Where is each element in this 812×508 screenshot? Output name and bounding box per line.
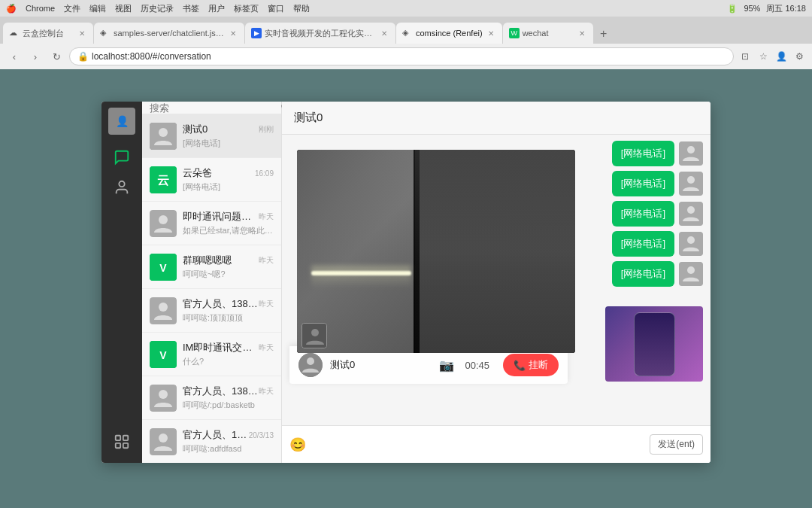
icon-bar: 👤 xyxy=(102,102,142,463)
forward-button[interactable]: › xyxy=(27,48,44,65)
tab-favicon-4: ◈ xyxy=(402,28,413,38)
chat-messages[interactable]: [网络电话] [网络电话] [网络电话] xyxy=(282,135,710,425)
settings-icon xyxy=(114,433,130,450)
contact-item-7[interactable]: 官方人员、138测… 20/3/13 呵呵哒:adfdfasd xyxy=(142,420,281,463)
tab-title-1: 云盒控制台 xyxy=(23,28,74,39)
avatar-img-5: V xyxy=(150,341,177,368)
contacts-nav-item[interactable] xyxy=(108,174,135,201)
svg-point-14 xyxy=(159,303,168,312)
contact-name-3: 群聊嗯嗯嗯 xyxy=(183,254,232,267)
menu-edit[interactable]: 编辑 xyxy=(89,3,106,14)
contact-msg-5: 什么? xyxy=(183,356,274,367)
tab-close-2[interactable]: ✕ xyxy=(228,28,238,38)
svg-rect-4 xyxy=(123,443,128,448)
tab-close-1[interactable]: ✕ xyxy=(77,28,87,38)
menu-window[interactable]: 窗口 xyxy=(268,3,284,14)
clock: 周五 16:18 xyxy=(766,3,806,14)
contact-item-4[interactable]: 官方人员、138hh 昨天 呵呵哒:顶顶顶顶 xyxy=(142,289,281,333)
contact-info-3: 群聊嗯嗯嗯 昨天 呵呵哒~嗯? xyxy=(183,254,274,280)
tab-close-4[interactable]: ✕ xyxy=(486,28,496,38)
cast-icon[interactable]: ⊡ xyxy=(738,50,752,63)
contact-item-5[interactable]: V IM即时通讯交流组 昨天 什么? xyxy=(142,333,281,376)
settings-nav-item[interactable] xyxy=(108,428,135,455)
call-timer: 00:45 xyxy=(465,360,489,371)
contact-time-7: 20/3/13 xyxy=(249,431,274,440)
chat-nav-item[interactable] xyxy=(108,144,135,171)
svg-point-36 xyxy=(307,357,314,365)
url-input[interactable]: 🔒 localhost:8080/#/conversation xyxy=(69,47,734,65)
call-video-icon: 📷 xyxy=(439,358,454,373)
svg-text:V: V xyxy=(159,349,167,361)
contact-avatar-4 xyxy=(150,297,177,324)
extensions-icon[interactable]: ⚙ xyxy=(792,50,806,63)
contact-avatar-2 xyxy=(150,210,177,237)
search-bar: 🔍 xyxy=(142,102,281,114)
video-light-glow xyxy=(311,266,411,288)
emoji-button[interactable]: 😊 xyxy=(289,437,306,453)
bookmark-icon[interactable]: ☆ xyxy=(756,50,770,63)
chat-area: 测试0 [网络电话] [网络电话] [网络 xyxy=(282,102,710,463)
contact-msg-7: 呵呵哒:adfdfasd xyxy=(183,443,274,455)
contact-avatar-7 xyxy=(150,428,177,455)
contact-avatar-6 xyxy=(150,385,177,412)
send-button[interactable]: 发送(ent) xyxy=(650,434,703,455)
apple-icon[interactable]: 🍎 xyxy=(6,4,17,14)
svg-point-0 xyxy=(119,181,124,187)
tab-close-3[interactable]: ✕ xyxy=(379,28,389,38)
svg-point-26 xyxy=(687,176,695,184)
tab-title-3: 实时音视频开发的工程化实践[… xyxy=(265,28,376,39)
search-input[interactable] xyxy=(150,102,276,114)
tab-favicon-1: ☁ xyxy=(9,28,20,38)
contact-name-1: 云朵爸 xyxy=(183,166,212,180)
refresh-button[interactable]: ↻ xyxy=(48,48,65,65)
contact-item-3[interactable]: V 群聊嗯嗯嗯 昨天 呵呵哒~嗯? xyxy=(142,245,281,289)
contact-item-2[interactable]: 即时通讯问题官方反… 昨天 如果已经star,请您略此消息 xyxy=(142,202,281,245)
tab-samples[interactable]: ◈ samples-server/chatclient.js 🔸 ✕ xyxy=(94,23,244,44)
menu-people[interactable]: 用户 xyxy=(208,3,225,14)
menu-view[interactable]: 视图 xyxy=(115,3,132,14)
msg-avatar-4 xyxy=(679,262,703,286)
menu-bookmarks[interactable]: 书签 xyxy=(183,3,199,14)
contact-name-7: 官方人员、138测… xyxy=(183,428,249,442)
svg-point-10 xyxy=(159,215,168,224)
battery-level: 95% xyxy=(744,4,760,13)
back-button[interactable]: ‹ xyxy=(6,48,23,65)
msg-bubble-4: [网络电话] xyxy=(612,261,674,287)
new-tab-button[interactable]: + xyxy=(594,24,614,44)
user-avatar[interactable]: 👤 xyxy=(108,108,135,135)
avatar-img-1: 云 xyxy=(150,166,177,193)
contact-item-0[interactable]: 测试0 刚刚 [网络电话] xyxy=(142,114,281,158)
menu-history[interactable]: 历史记录 xyxy=(141,3,174,14)
contact-item-1[interactable]: 云 云朵爸 16:09 [网络电话] xyxy=(142,158,281,202)
menu-help[interactable]: 帮助 xyxy=(293,3,310,14)
battery-icon: 🔋 xyxy=(727,4,738,14)
tab-close-5[interactable]: ✕ xyxy=(577,28,587,38)
address-bar: ‹ › ↻ 🔒 localhost:8080/#/conversation ⊡ … xyxy=(0,44,812,69)
avatar-img-0 xyxy=(150,123,177,150)
tab-wechat[interactable]: W wechat ✕ xyxy=(503,23,593,44)
menu-tabs[interactable]: 标签页 xyxy=(234,3,259,14)
msg-row-2: [网络电话] xyxy=(612,201,703,227)
hangup-button[interactable]: 📞 挂断 xyxy=(503,354,559,376)
tab-comsince[interactable]: ◈ comsince (Renfei) ✕ xyxy=(396,23,502,44)
svg-point-32 xyxy=(687,266,695,274)
tab-yunhe[interactable]: ☁ 云盒控制台 ✕ xyxy=(3,23,93,44)
profile-icon[interactable]: 👤 xyxy=(774,50,788,63)
app-container: 👤 🔍 xyxy=(102,102,710,463)
contact-avatar-3: V xyxy=(150,254,177,281)
phone-icon: 📞 xyxy=(514,360,526,371)
menu-file[interactable]: 文件 xyxy=(64,3,80,14)
contact-info-7: 官方人员、138测… 20/3/13 呵呵哒:adfdfasd xyxy=(183,428,274,455)
svg-text:云: 云 xyxy=(157,174,169,187)
contact-info-5: IM即时通讯交流组 昨天 什么? xyxy=(183,341,274,367)
message-input[interactable] xyxy=(312,439,644,450)
contact-avatar-5: V xyxy=(150,341,177,368)
contact-msg-2: 如果已经star,请您略此消息 xyxy=(183,225,274,236)
mac-menubar: 🍎 Chrome 文件 编辑 视图 历史记录 书签 用户 标签页 窗口 帮助 🔋… xyxy=(0,0,812,17)
video-local-thumb xyxy=(301,323,327,348)
contacts-icon xyxy=(114,179,130,196)
msg-avatar-0 xyxy=(679,141,703,166)
tab-realtime[interactable]: ▶ 实时音视频开发的工程化实践[… ✕ xyxy=(245,23,395,44)
contact-item-6[interactable]: 官方人员、138测试… 昨天 呵呵哒/:pd/:basketb xyxy=(142,376,281,420)
video-call-window xyxy=(297,150,575,353)
